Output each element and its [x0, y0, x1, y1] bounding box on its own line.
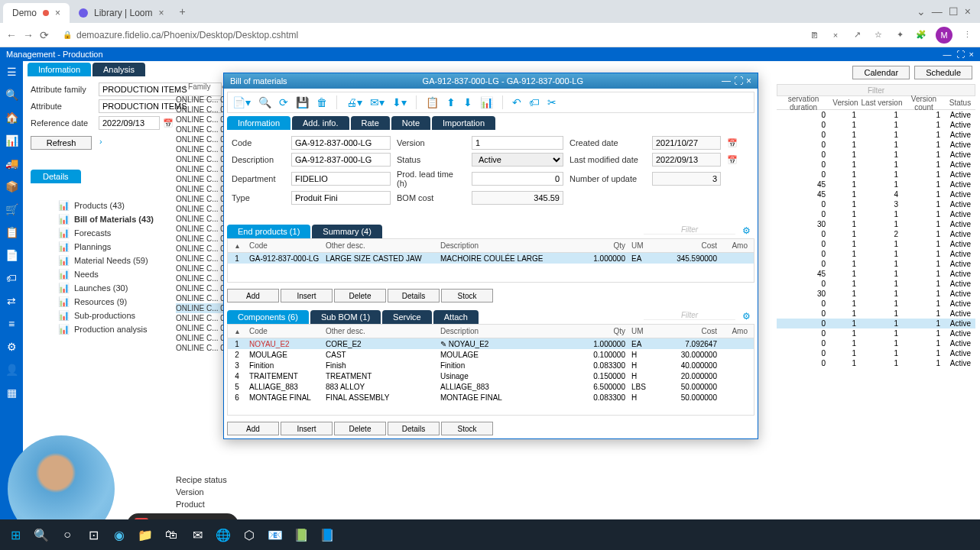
maximize-icon[interactable]: ☐: [949, 5, 959, 18]
modal-title-bar[interactable]: Bill of materials GA-912-837-000-LG - GA…: [224, 73, 758, 89]
translate-icon[interactable]: 🖹: [807, 28, 821, 42]
table-row[interactable]: 0111Active: [777, 209, 975, 219]
ref-date-input[interactable]: [99, 116, 160, 130]
bookmark-icon[interactable]: ☆: [871, 28, 885, 42]
outlook-icon[interactable]: 📧: [263, 522, 287, 547]
modal-tab[interactable]: Add. info.: [292, 116, 349, 130]
tree-item[interactable]: 📊Needs: [58, 267, 173, 281]
status-select[interactable]: Active: [472, 153, 563, 167]
table-row[interactable]: 0111Active: [777, 299, 975, 309]
table-row[interactable]: 0111Active: [777, 309, 975, 319]
minimize-icon[interactable]: —: [722, 76, 731, 86]
minimize-icon[interactable]: —: [943, 50, 952, 59]
modal-tab[interactable]: Rate: [351, 116, 390, 130]
table-row[interactable]: 0111Active: [777, 120, 975, 130]
grid-icon[interactable]: ▦: [7, 387, 17, 399]
browser-tab-demo[interactable]: Demo ×: [3, 3, 70, 23]
modal-tab[interactable]: Information: [227, 116, 290, 130]
filter-input[interactable]: Filter: [644, 225, 735, 235]
table-row[interactable]: 4TRAITEMENTTREATMENTUsinage0.150000H20.0…: [228, 370, 754, 381]
search-icon[interactable]: 🔍: [5, 89, 18, 101]
table-row[interactable]: 0111Active: [777, 130, 975, 140]
undo-icon[interactable]: ↶: [512, 96, 521, 108]
table-row[interactable]: 0111Active: [777, 110, 975, 120]
desc-header[interactable]: Description: [437, 327, 567, 335]
table-row[interactable]: 0111Active: [777, 160, 975, 170]
list-icon[interactable]: ≡: [8, 318, 15, 330]
calendar-icon[interactable]: 📅: [727, 138, 738, 148]
type-input[interactable]: [291, 191, 391, 205]
flow-icon[interactable]: ⇄: [7, 295, 16, 307]
modal-tab[interactable]: Sub BOM (1): [310, 310, 381, 324]
tree-item[interactable]: 📊Products (43): [58, 199, 173, 212]
other-header[interactable]: Other desc.: [323, 327, 437, 335]
word-icon[interactable]: 📘: [315, 522, 339, 547]
tools-icon[interactable]: ✂: [547, 96, 557, 108]
table-row[interactable]: 30111Active: [777, 289, 975, 299]
table-row[interactable]: 0111Active: [777, 358, 975, 368]
calendar-icon[interactable]: 📅: [163, 118, 174, 128]
table-row[interactable]: 0111Active: [777, 279, 975, 289]
search-icon[interactable]: 🔍: [258, 96, 271, 108]
tree-item[interactable]: 📊Bill of Materials (43): [58, 212, 173, 226]
refresh-icon[interactable]: ⟳: [279, 96, 288, 108]
table-row[interactable]: 1NOYAU_E2CORE_E2✎ NOYAU_E21.000000EA7.09…: [228, 338, 754, 349]
email-icon[interactable]: ✉▾: [370, 96, 385, 108]
chart-icon[interactable]: 📊: [5, 134, 18, 147]
app-icon[interactable]: ⬡: [237, 522, 261, 547]
browser-tab-loom[interactable]: Library | Loom ×: [70, 3, 174, 23]
puzzle-icon[interactable]: 🧩: [914, 28, 928, 42]
delete-button[interactable]: Delete: [334, 289, 386, 302]
details-button[interactable]: Details: [388, 289, 440, 302]
table-row[interactable]: 2MOULAGECASTMOULAGE0.100000H30.000000: [228, 349, 754, 360]
edge-icon[interactable]: ◉: [107, 522, 131, 547]
expand-icon[interactable]: ▴: [228, 241, 246, 250]
menu-icon[interactable]: ⋮: [960, 28, 974, 42]
modal-tab[interactable]: Importation: [432, 116, 495, 130]
code-header[interactable]: Code: [246, 241, 323, 250]
desc-input[interactable]: [291, 153, 391, 167]
upload-icon[interactable]: ⬆: [446, 96, 456, 108]
stock-button[interactable]: Stock: [441, 422, 493, 435]
add-button[interactable]: Add: [227, 422, 279, 435]
mail-icon[interactable]: ✉: [185, 522, 209, 547]
modal-tab[interactable]: Components (6): [227, 310, 309, 324]
column-header[interactable]: Version count: [903, 95, 945, 112]
table-row[interactable]: 0111Active: [777, 249, 975, 259]
desc-header[interactable]: Description: [437, 241, 567, 250]
table-row[interactable]: 45111Active: [777, 180, 975, 189]
modal-tab[interactable]: Service: [382, 310, 432, 324]
tree-item[interactable]: 📊Resources (9): [58, 295, 173, 309]
minimize-icon[interactable]: —: [932, 5, 943, 18]
close-icon[interactable]: ×: [746, 76, 751, 86]
table-row[interactable]: 45141Active: [777, 189, 975, 199]
table-row[interactable]: 0111Active: [777, 170, 975, 180]
new-icon[interactable]: 📄▾: [232, 96, 251, 108]
address-bar[interactable]: 🔒 demoazure.fidelio.ca/Phoenix/Desktop/D…: [55, 27, 801, 44]
code-input[interactable]: [291, 136, 391, 150]
table-row[interactable]: 5ALLIAGE_883883 ALLOYALLIAGE_8836.500000…: [228, 381, 754, 392]
qty-header[interactable]: Qty: [567, 241, 628, 250]
amo-header[interactable]: Amo: [720, 327, 751, 335]
close-small-icon[interactable]: ×: [829, 28, 842, 42]
table-row[interactable]: 0111Active: [777, 259, 975, 269]
close-icon[interactable]: ×: [55, 8, 60, 18]
fullscreen-icon[interactable]: ⛶: [734, 76, 743, 86]
calendar-icon[interactable]: 📅: [727, 155, 738, 165]
gear-icon[interactable]: ⚙: [7, 341, 17, 353]
store-icon[interactable]: 🛍: [159, 522, 183, 547]
um-header[interactable]: UM: [628, 241, 659, 250]
table-row[interactable]: 0111Active: [777, 150, 975, 160]
tab-analysis[interactable]: Analysis: [92, 63, 145, 76]
cost-header[interactable]: Cost: [659, 327, 720, 335]
fullscreen-icon[interactable]: ⛶: [956, 50, 965, 59]
table-row[interactable]: 3FinitionFinishFinition0.083300H40.00000…: [228, 360, 754, 370]
gear-icon[interactable]: ⚙: [742, 311, 751, 322]
table-row[interactable]: 0111Active: [777, 328, 975, 338]
details-tab[interactable]: Details: [31, 170, 81, 183]
column-header[interactable]: Version: [830, 99, 861, 107]
table-row[interactable]: 0111Active: [777, 319, 975, 328]
download-icon[interactable]: ⬇▾: [392, 96, 407, 108]
refresh-button[interactable]: Refresh: [31, 136, 92, 150]
table-row[interactable]: 1GA-912-837-000-LGLARGE SIZE CASTED JAWM…: [228, 253, 754, 264]
